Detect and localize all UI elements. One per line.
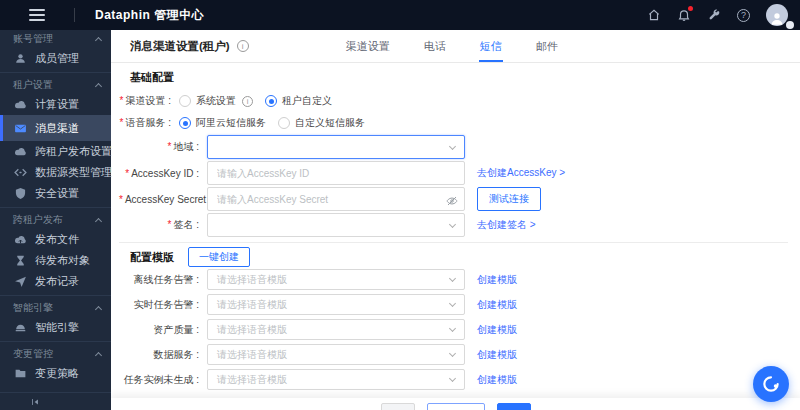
asset-quality-row: 资产质量 请选择语音模版 创建模版 [119, 319, 788, 340]
sidebar-item-intelligent-engine[interactable]: 智能引擎 [0, 317, 111, 338]
user-icon [14, 52, 27, 65]
create-accesskey-link[interactable]: 去创建AccessKey > [477, 166, 565, 180]
wrench-icon[interactable] [706, 8, 721, 23]
sidebar-collapse-button[interactable] [0, 392, 111, 410]
tab-email[interactable]: 邮件 [535, 30, 559, 62]
create-template-link[interactable]: 创建模版 [477, 323, 517, 337]
create-template-link[interactable]: 创建模版 [477, 348, 517, 362]
channel-setting-radio-group: 系统设置 租户自定义 [179, 94, 332, 108]
section-title-basic: 基础配置 [119, 69, 788, 85]
signature-select[interactable] [207, 213, 465, 237]
section-title-templates: 配置模版 [119, 249, 174, 265]
one-click-create-button[interactable]: 一键创建 [188, 247, 250, 267]
radio-custom-sms[interactable]: 自定义短信服务 [278, 116, 365, 130]
footer-bar [111, 398, 800, 410]
sidebar-item-publish-records[interactable]: 发布记录 [0, 271, 111, 292]
tab-phone[interactable]: 电话 [423, 30, 447, 62]
avatar-badge-icon [786, 21, 794, 29]
chevron-up-icon [95, 36, 102, 43]
hourglass-icon [14, 254, 27, 267]
data-service-select[interactable]: 请选择语音模版 [207, 344, 465, 365]
create-signature-link[interactable]: 去创建签名 > [477, 218, 536, 232]
sidebar-item-change-policy[interactable]: 变更策略 [0, 363, 111, 384]
app-frame: Dataphin 管理中心 账号管理 成员管理 [0, 0, 800, 410]
sidebar-item-message-channel[interactable]: 消息渠道 [0, 115, 111, 141]
sidebar-item-security-settings[interactable]: 安全设置 [0, 183, 111, 204]
group-cross-tenant-publish[interactable]: 跨租户发布 [0, 211, 111, 229]
avatar[interactable] [766, 4, 788, 26]
create-template-link[interactable]: 创建模版 [477, 273, 517, 287]
chevron-down-icon [449, 375, 456, 382]
create-template-link[interactable]: 创建模版 [477, 298, 517, 312]
realtime-task-alert-row: 实时任务告警 请选择语音模版 创建模版 [119, 294, 788, 315]
offline-task-alert-row: 离线任务告警 请选择语音模版 创建模版 [119, 269, 788, 290]
group-account-management[interactable]: 账号管理 [0, 30, 111, 48]
folder-icon [14, 367, 27, 380]
sidebar-divider [0, 207, 111, 208]
topbar: Dataphin 管理中心 [0, 0, 800, 30]
sidebar-item-member-management[interactable]: 成员管理 [0, 48, 111, 69]
home-icon[interactable] [646, 8, 661, 23]
secondary-action-button[interactable] [427, 403, 485, 410]
group-change-control[interactable]: 变更管控 [0, 345, 111, 363]
sidebar-divider [0, 295, 111, 296]
menu-icon[interactable] [29, 6, 45, 24]
sidebar-item-compute-settings[interactable]: 计算设置 [0, 94, 111, 115]
mail-icon [14, 122, 27, 135]
title-info-icon[interactable] [237, 40, 249, 52]
sidebar-item-datasource-type-management[interactable]: 数据源类型管理 [0, 162, 111, 183]
test-connection-button[interactable]: 测试连接 [477, 187, 541, 211]
cancel-button[interactable] [381, 403, 415, 410]
save-button[interactable] [497, 403, 531, 410]
radio-system-settings[interactable]: 系统设置 [179, 94, 253, 108]
tab-channel-settings[interactable]: 渠道设置 [345, 30, 391, 62]
channel-setting-label: 渠道设置 [119, 94, 171, 108]
radio-tenant-custom[interactable]: 租户自定义 [265, 94, 332, 108]
chevron-down-icon [449, 350, 456, 357]
accesskey-secret-row: AccessKey Secret 测试连接 [119, 187, 788, 211]
group-intelligent-engine[interactable]: 智能引擎 [0, 299, 111, 317]
headset-icon [761, 374, 781, 394]
realtime-task-alert-select[interactable]: 请选择语音模版 [207, 294, 465, 315]
sidebar-item-cross-tenant-publish-settings[interactable]: 跨租户发布设置 [0, 141, 111, 162]
chevron-up-icon [95, 305, 102, 312]
chevron-down-icon [449, 142, 456, 149]
signature-row: 签名 去创建签名 > [119, 213, 788, 237]
chevron-up-icon [95, 351, 102, 358]
accesskey-secret-input[interactable] [207, 187, 465, 211]
sidebar-divider [0, 341, 111, 342]
voice-service-row: 语音服务 阿里云短信服务 自定义短信服务 [119, 113, 788, 133]
tab-sms[interactable]: 短信 [479, 30, 503, 62]
offline-task-alert-label: 离线任务告警 [119, 273, 199, 287]
accesskey-id-input[interactable] [207, 161, 465, 185]
task-instance-not-generated-select[interactable]: 请选择语音模版 [207, 369, 465, 390]
sidebar-item-pending-publish-objects[interactable]: 待发布对象 [0, 250, 111, 271]
bell-icon[interactable] [676, 8, 691, 23]
system-settings-info-icon[interactable] [242, 96, 253, 107]
eye-invisible-icon[interactable] [446, 193, 458, 205]
data-service-label: 数据服务 [119, 348, 199, 362]
help-icon[interactable] [736, 8, 751, 23]
send-icon [14, 275, 27, 288]
radio-icon [278, 117, 290, 129]
task-instance-not-generated-row: 任务实例未生成 请选择语音模版 创建模版 [119, 369, 788, 390]
cloud-icon [14, 98, 27, 111]
region-row: 地域 [119, 135, 788, 159]
signature-label: 签名 [119, 218, 199, 232]
radio-checked-icon [179, 117, 191, 129]
topbar-divider [74, 8, 75, 22]
realtime-task-alert-label: 实时任务告警 [119, 298, 199, 312]
create-template-link[interactable]: 创建模版 [477, 373, 517, 387]
radio-aliyun-sms[interactable]: 阿里云短信服务 [179, 116, 266, 130]
accesskey-id-label: AccessKey ID [119, 168, 199, 179]
offline-task-alert-select[interactable]: 请选择语音模版 [207, 269, 465, 290]
main-area: 消息渠道设置(租户) 渠道设置 电话 短信 邮件 基础配置 渠道设置 系统设置 [111, 30, 800, 410]
shield-icon [14, 187, 27, 200]
customer-service-button[interactable] [753, 366, 789, 402]
region-select[interactable] [207, 135, 465, 159]
sidebar: 账号管理 成员管理 租户设置 计算设置 消息渠道 跨租户发布设置 数据源类型管理 [0, 30, 111, 410]
group-tenant-settings[interactable]: 租户设置 [0, 76, 111, 94]
asset-quality-select[interactable]: 请选择语音模版 [207, 319, 465, 340]
sidebar-item-publish-files[interactable]: 发布文件 [0, 229, 111, 250]
radio-icon [179, 95, 191, 107]
